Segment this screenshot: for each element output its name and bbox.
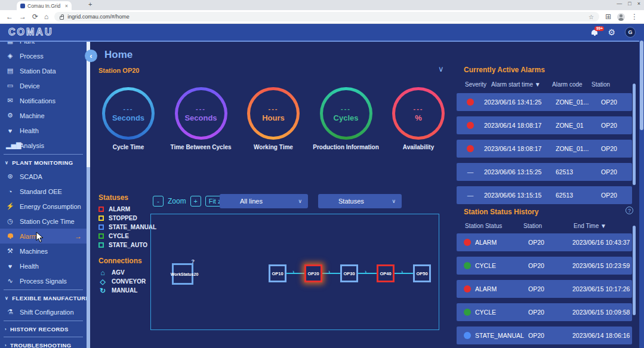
node-workstatus20[interactable]: WorkStatus20 ?: [172, 263, 193, 285]
flow-arrow-icon: ›: [328, 269, 330, 275]
sidebar-section-troubleshooting[interactable]: › TROUBLESHOOTING: [0, 338, 87, 348]
sidebar-section-flexible-manufacturing[interactable]: ∨ FLEXIBLE MANUFACTURING: [0, 291, 87, 304]
sidebar-item-health-monitoring[interactable]: ♥ Health: [0, 258, 87, 273]
lock-icon: [60, 16, 64, 20]
window-maximize-button[interactable]: □: [628, 1, 631, 7]
history-header-end-time[interactable]: End Time ▼: [574, 223, 606, 229]
node-op20[interactable]: OP20: [304, 264, 322, 282]
analysis-icon: ▂▅▇: [6, 141, 14, 149]
lines-filter-dropdown[interactable]: All lines ∨: [220, 194, 308, 208]
extensions-icon[interactable]: ⊞: [605, 13, 611, 20]
sidebar-item-analysis[interactable]: ▂▅▇ Analysis: [0, 138, 87, 153]
sidebar-item-notifications[interactable]: ✉ Notifications: [0, 93, 87, 108]
kpi-gauges: --- Seconds Cycle Time --- Seconds Time …: [95, 87, 452, 150]
forward-icon[interactable]: →: [19, 13, 26, 20]
active-alarms-title: Currently Active Alarms: [464, 66, 545, 74]
comau-ingrid-dashboard: Comau In.Grid × + — □ × ← → ⟳ ⌂ ingrid.c…: [0, 0, 644, 348]
alarm-row[interactable]: 2023/06/14 18:08:17 ZONE_01... OP20: [457, 140, 632, 158]
alarm-row[interactable]: — 2023/06/06 13:15:25 62513 OP20: [457, 163, 632, 181]
chevron-down-icon: ∨: [5, 295, 8, 301]
cycle-color-swatch: [98, 233, 104, 239]
zoom-label: Zoom: [168, 197, 186, 205]
collapse-sidebar-button[interactable]: ‹: [85, 50, 97, 62]
history-scrollbar[interactable]: [633, 226, 636, 315]
sidebar-item-machines[interactable]: ⚒ Machines: [0, 244, 87, 258]
sidebar-item-scada[interactable]: ⊛ SCADA: [0, 169, 87, 184]
sidebar-item-standard-oee[interactable]: ◔ Standard OEE: [0, 184, 87, 199]
window-close-button[interactable]: ×: [637, 1, 640, 7]
connection-line: [395, 273, 413, 274]
history-row[interactable]: ALARM OP20 2023/06/16 10:43:37: [457, 233, 632, 251]
severity-dash: —: [467, 192, 474, 199]
history-row[interactable]: CYCLE OP20 2023/06/15 10:09:58: [457, 303, 632, 321]
alarms-header-start-time[interactable]: Alarm start time ▼: [491, 81, 541, 88]
gauge-ring: --- Seconds: [102, 87, 155, 140]
gauge-ring: --- Cycles: [320, 87, 372, 140]
sidebar-item-station-cycle-time[interactable]: ◷ Station Cycle Time: [0, 214, 87, 229]
divider: [4, 290, 83, 290]
profile-icon[interactable]: [617, 13, 625, 21]
status-dot: [464, 239, 471, 246]
gauge-ring: --- Seconds: [175, 87, 227, 140]
auto-color-swatch: [98, 242, 104, 248]
history-row[interactable]: CYCLE OP20 2023/06/15 10:23:59: [457, 257, 632, 275]
alarms-header-station: Station: [591, 81, 610, 88]
help-icon[interactable]: ?: [625, 207, 633, 214]
flow-arrow-icon: ›: [401, 269, 403, 275]
node-op10[interactable]: OP10: [269, 264, 286, 282]
divider: [4, 154, 83, 155]
node-op50[interactable]: OP50: [413, 264, 431, 282]
history-row[interactable]: STATE_MANUAL OP20 2023/06/14 18:06:16: [457, 327, 632, 344]
status-dot: [464, 285, 471, 292]
user-avatar[interactable]: G: [625, 27, 636, 38]
line-diagram[interactable]: WorkStatus20 ? › › › › OP10 OP20 OP30 OP…: [150, 214, 439, 330]
sidebar-section-plant-monitoring[interactable]: ∨ PLANT MONITORING: [0, 156, 87, 169]
alarm-row[interactable]: 2023/06/16 13:41:25 ZONE_01... OP20: [457, 93, 632, 111]
signals-icon: ∿: [6, 277, 14, 285]
browser-menu-icon[interactable]: ⋮: [631, 13, 638, 20]
back-icon[interactable]: ←: [6, 13, 13, 20]
notifications-bell-icon[interactable]: 99+: [591, 29, 598, 36]
connection-line: [286, 273, 304, 274]
sidebar-item-process[interactable]: ◈ Process: [0, 48, 87, 63]
bookmark-star-icon[interactable]: ☆: [588, 14, 594, 20]
sidebar-item-plant[interactable]: ▦ Plant: [0, 42, 87, 48]
sidebar: ▦ Plant ◈ Process ▤ Station Data ▭ Devic…: [0, 42, 87, 348]
zoom-in-button[interactable]: +: [190, 196, 201, 207]
oee-icon: ◔: [6, 188, 14, 195]
sidebar-item-health[interactable]: ♥ Health: [0, 123, 87, 138]
tab-close-icon[interactable]: ×: [65, 3, 68, 9]
alarms-scrollbar[interactable]: [633, 84, 636, 185]
home-icon[interactable]: ⌂: [44, 13, 48, 20]
zoom-out-button[interactable]: -: [153, 196, 164, 207]
sidebar-item-shift-configuration[interactable]: ⚗ Shift Configuration: [0, 304, 87, 319]
window-minimize-button[interactable]: —: [617, 1, 622, 7]
browser-tab[interactable]: Comau In.Grid ×: [17, 1, 72, 10]
page-scrollbar[interactable]: [639, 24, 644, 348]
sidebar-item-station-data[interactable]: ▤ Station Data: [0, 63, 87, 78]
alarm-row[interactable]: — 2023/06/06 13:15:15 62513 OP20: [457, 186, 632, 204]
node-op30[interactable]: OP30: [340, 264, 358, 282]
sidebar-item-device[interactable]: ▭ Device: [0, 78, 87, 93]
settings-gear-icon[interactable]: ⚙: [608, 28, 615, 36]
sidebar-item-machine[interactable]: ⚙ Machine: [0, 108, 87, 123]
history-row[interactable]: ALARM OP20 2023/06/15 10:17:26: [457, 280, 632, 298]
alarms-table: 2023/06/16 13:41:25 ZONE_01... OP20 2023…: [457, 93, 632, 210]
sidebar-item-energy-consumption[interactable]: ⚡ Energy Consumption: [0, 199, 87, 214]
sidebar-section-history-records[interactable]: › HISTORY RECORDS: [0, 322, 87, 335]
agv-icon: ⌂: [98, 269, 107, 277]
node-op40[interactable]: OP40: [377, 264, 395, 282]
statuses-filter-dropdown[interactable]: Statuses ∨: [318, 194, 402, 208]
alarm-color-swatch: [98, 207, 104, 212]
browser-tab-strip: Comau In.Grid × + — □ ×: [0, 0, 644, 10]
address-bar[interactable]: ingrid.comau.com/#/home ☆: [54, 12, 599, 21]
new-tab-button[interactable]: +: [88, 1, 92, 8]
reload-icon[interactable]: ⟳: [32, 13, 38, 20]
history-header-station: Station: [523, 223, 542, 229]
alarm-row[interactable]: 2023/06/14 18:08:17 ZONE_01 OP20: [457, 116, 632, 134]
sidebar-item-process-signals[interactable]: ∿ Process Signals: [0, 273, 87, 288]
url-text: ingrid.comau.com/#/home: [67, 14, 130, 20]
panel-collapse-chevron-icon[interactable]: ∨: [438, 64, 444, 73]
manual-color-swatch: [98, 224, 104, 230]
unknown-status-badge: ?: [192, 258, 195, 264]
